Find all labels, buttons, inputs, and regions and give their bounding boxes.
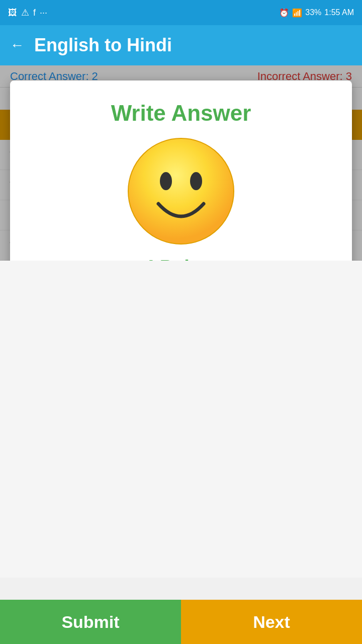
- background-content: Correct Answer: 2 Incorrect Answer: 3 To…: [0, 65, 362, 261]
- status-bar-left: 🖼 ⚠ f ···: [8, 7, 47, 18]
- modal-title: Write Answer: [111, 101, 251, 126]
- main-content: [0, 261, 362, 578]
- modal-card: Write Answer: [10, 80, 352, 261]
- svg-point-2: [190, 172, 202, 190]
- facebook-icon: f: [33, 8, 36, 18]
- modal-overlay: Write Answer: [0, 65, 362, 261]
- time-text: 1:55 AM: [324, 8, 354, 17]
- alert-icon: ⚠: [21, 7, 29, 18]
- page-title: English to Hindi: [34, 35, 172, 56]
- svg-point-1: [160, 172, 172, 190]
- more-icon: ···: [40, 8, 47, 18]
- status-bar: 🖼 ⚠ f ··· ⏰ 📶 33% 1:55 AM: [0, 0, 362, 25]
- image-icon: 🖼: [8, 8, 17, 18]
- modal-points: 4 Points: [144, 257, 218, 261]
- svg-point-0: [128, 138, 234, 244]
- app-bar: ← English to Hindi: [0, 25, 362, 65]
- smiley-face: [126, 136, 236, 247]
- alarm-icon: ⏰: [279, 8, 289, 18]
- status-bar-right: ⏰ 📶 33% 1:55 AM: [279, 8, 354, 18]
- battery-text: 33%: [305, 8, 321, 17]
- bottom-bar: Submit Next: [0, 600, 362, 644]
- back-button[interactable]: ←: [10, 37, 24, 53]
- signal-icon: 📶: [292, 8, 302, 18]
- next-button[interactable]: Next: [181, 600, 362, 644]
- submit-button[interactable]: Submit: [0, 600, 181, 644]
